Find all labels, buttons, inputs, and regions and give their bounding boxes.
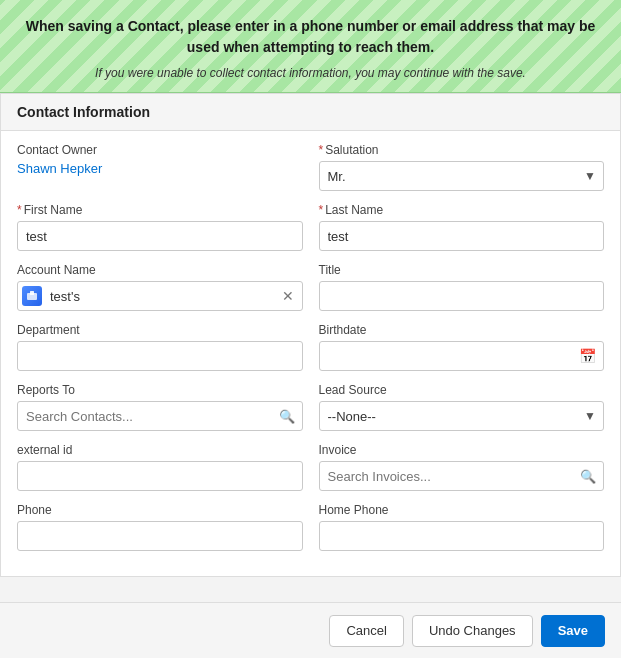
col-contact-owner: Contact Owner Shawn Hepker <box>17 143 303 191</box>
birthdate-input[interactable] <box>319 341 605 371</box>
contact-owner-value[interactable]: Shawn Hepker <box>17 161 303 176</box>
col-invoice: Invoice 🔍 <box>319 443 605 491</box>
account-name-label: Account Name <box>17 263 303 277</box>
col-account-name: Account Name ✕ <box>17 263 303 311</box>
title-input[interactable] <box>319 281 605 311</box>
col-department: Department <box>17 323 303 371</box>
invoice-input[interactable] <box>319 461 605 491</box>
phone-label: Phone <box>17 503 303 517</box>
row-dept-birth: Department Birthdate 📅 <box>17 323 604 371</box>
col-external-id: external id <box>17 443 303 491</box>
row-reports-lead: Reports To 🔍 Lead Source --None-- Web Ph… <box>17 383 604 431</box>
account-name-wrapper: ✕ <box>17 281 303 311</box>
salutation-select-wrapper: Mr. Ms. Mrs. Dr. Prof. ▼ <box>319 161 605 191</box>
col-last-name: Last Name <box>319 203 605 251</box>
col-reports-to: Reports To 🔍 <box>17 383 303 431</box>
salutation-select[interactable]: Mr. Ms. Mrs. Dr. Prof. <box>319 161 605 191</box>
external-id-input[interactable] <box>17 461 303 491</box>
salutation-label: Salutation <box>319 143 605 157</box>
svg-rect-1 <box>30 291 34 295</box>
row-names: First Name Last Name <box>17 203 604 251</box>
warning-sub-text: If you were unable to collect contact in… <box>24 66 597 80</box>
account-clear-icon[interactable]: ✕ <box>278 289 298 303</box>
reports-to-wrapper: 🔍 <box>17 401 303 431</box>
col-home-phone: Home Phone <box>319 503 605 551</box>
form-body: Contact Owner Shawn Hepker Salutation Mr… <box>1 131 620 575</box>
lead-source-select[interactable]: --None-- Web Phone Inquiry Partner Refer… <box>319 401 605 431</box>
col-phone: Phone <box>17 503 303 551</box>
row-owner-salutation: Contact Owner Shawn Hepker Salutation Mr… <box>17 143 604 191</box>
col-birthdate: Birthdate 📅 <box>319 323 605 371</box>
row-phones: Phone Home Phone <box>17 503 604 551</box>
form-container: Contact Information Contact Owner Shawn … <box>0 93 621 577</box>
birthdate-wrapper: 📅 <box>319 341 605 371</box>
account-name-input[interactable] <box>46 282 278 310</box>
invoice-label: Invoice <box>319 443 605 457</box>
birthdate-label: Birthdate <box>319 323 605 337</box>
external-id-label: external id <box>17 443 303 457</box>
invoice-wrapper: 🔍 <box>319 461 605 491</box>
col-lead-source: Lead Source --None-- Web Phone Inquiry P… <box>319 383 605 431</box>
col-title: Title <box>319 263 605 311</box>
account-icon <box>22 286 42 306</box>
home-phone-input[interactable] <box>319 521 605 551</box>
save-button[interactable]: Save <box>541 615 605 647</box>
first-name-input[interactable] <box>17 221 303 251</box>
col-first-name: First Name <box>17 203 303 251</box>
department-label: Department <box>17 323 303 337</box>
cancel-button[interactable]: Cancel <box>329 615 403 647</box>
home-phone-label: Home Phone <box>319 503 605 517</box>
undo-changes-button[interactable]: Undo Changes <box>412 615 533 647</box>
lead-source-label: Lead Source <box>319 383 605 397</box>
section-header: Contact Information <box>1 94 620 131</box>
footer: Cancel Undo Changes Save <box>0 602 621 658</box>
title-label: Title <box>319 263 605 277</box>
first-name-label: First Name <box>17 203 303 217</box>
reports-to-input[interactable] <box>17 401 303 431</box>
phone-input[interactable] <box>17 521 303 551</box>
department-input[interactable] <box>17 341 303 371</box>
warning-banner: When saving a Contact, please enter in a… <box>0 0 621 93</box>
col-salutation: Salutation Mr. Ms. Mrs. Dr. Prof. ▼ <box>319 143 605 191</box>
warning-main-text: When saving a Contact, please enter in a… <box>24 16 597 58</box>
last-name-input[interactable] <box>319 221 605 251</box>
row-account-title: Account Name ✕ Title <box>17 263 604 311</box>
contact-owner-label: Contact Owner <box>17 143 303 157</box>
row-ext-invoice: external id Invoice 🔍 <box>17 443 604 491</box>
last-name-label: Last Name <box>319 203 605 217</box>
lead-source-wrapper: --None-- Web Phone Inquiry Partner Refer… <box>319 401 605 431</box>
reports-to-label: Reports To <box>17 383 303 397</box>
